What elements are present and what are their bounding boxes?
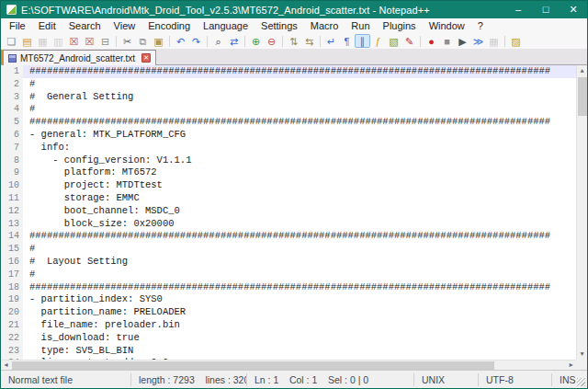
- close-file-icon[interactable]: ☒: [66, 34, 82, 48]
- document-map-icon[interactable]: ▧: [386, 34, 401, 48]
- line-text[interactable]: #: [29, 243, 576, 256]
- editor-line[interactable]: 5#######################################…: [1, 116, 576, 129]
- editor-line[interactable]: 8 - config_version: V1.1.1: [1, 154, 576, 167]
- line-text[interactable]: #: [29, 78, 576, 91]
- line-text[interactable]: info:: [29, 142, 576, 154]
- editor-line[interactable]: 18######################################…: [1, 281, 576, 294]
- menu-macro[interactable]: Macro: [304, 18, 345, 33]
- line-text[interactable]: - config_version: V1.1.1: [29, 154, 576, 167]
- line-text[interactable]: boot_channel: MSDC_0: [29, 205, 576, 218]
- scroll-left-icon[interactable]: ◄: [1, 360, 11, 370]
- word-wrap-icon[interactable]: ↵: [323, 34, 339, 48]
- run-macro-multiple-icon[interactable]: ≫: [470, 34, 486, 48]
- scroll-right-icon[interactable]: ►: [566, 360, 576, 370]
- editor-line[interactable]: 10 project: MTDTtest: [1, 179, 576, 192]
- line-text[interactable]: is_download: true: [29, 332, 576, 345]
- replace-icon[interactable]: ⇄: [226, 34, 242, 48]
- new-file-icon[interactable]: ❏: [4, 34, 19, 48]
- editor-line[interactable]: 3# General Setting: [1, 91, 576, 104]
- line-text[interactable]: partition_name: PRELOADER: [29, 306, 576, 319]
- line-text[interactable]: block_size: 0x20000: [29, 218, 576, 231]
- line-text[interactable]: storage: EMMC: [29, 192, 576, 205]
- open-file-icon[interactable]: ▤: [19, 34, 35, 48]
- editor-line[interactable]: 21 file_name: preloader.bin: [1, 319, 576, 332]
- line-text[interactable]: ########################################…: [29, 281, 576, 294]
- menu-settings[interactable]: Settings: [254, 18, 304, 33]
- menu-view[interactable]: View: [107, 18, 142, 33]
- monitoring-icon[interactable]: ✎: [401, 34, 417, 48]
- editor-line[interactable]: 22 is_download: true: [1, 332, 576, 345]
- menu-edit[interactable]: Edit: [32, 18, 62, 33]
- editor[interactable]: 1#######################################…: [1, 65, 587, 370]
- menu-encoding[interactable]: Encoding: [141, 18, 197, 33]
- menu-run[interactable]: Run: [345, 18, 376, 33]
- close-all-icon[interactable]: ☒: [82, 34, 97, 48]
- menu-search[interactable]: Search: [62, 18, 107, 33]
- menu-file[interactable]: File: [1, 18, 32, 33]
- vertical-scrollbar-thumb[interactable]: [578, 77, 587, 116]
- editor-line[interactable]: 15#: [1, 243, 576, 256]
- editor-line[interactable]: 13 block_size: 0x20000: [1, 218, 576, 231]
- function-list-icon[interactable]: ƒ: [370, 34, 386, 48]
- print-icon[interactable]: ⊟: [97, 34, 113, 48]
- editor-line[interactable]: 11 storage: EMMC: [1, 192, 576, 205]
- horizontal-scrollbar-thumb[interactable]: [12, 361, 494, 370]
- status-encoding[interactable]: UTF-8: [479, 373, 552, 386]
- cut-icon[interactable]: ✂: [119, 34, 135, 48]
- code-area[interactable]: 1#######################################…: [1, 65, 576, 360]
- tab-mt6572-android-scatter[interactable]: MT6572_Android_scatter.txt ✕: [3, 50, 156, 65]
- line-text[interactable]: #: [29, 103, 576, 116]
- find-icon[interactable]: ⌕: [210, 34, 226, 48]
- play-macro-icon[interactable]: ▶: [455, 34, 470, 48]
- sync-horizontal-scroll-icon[interactable]: ⇆: [301, 34, 317, 48]
- editor-line[interactable]: 2#: [1, 78, 576, 91]
- line-text[interactable]: # Layout Setting: [29, 256, 576, 269]
- tab-close-icon[interactable]: ✕: [141, 53, 151, 63]
- vertical-scrollbar[interactable]: ▲ ▼: [576, 65, 587, 360]
- editor-line[interactable]: 17#: [1, 269, 576, 281]
- record-macro-icon[interactable]: ●: [424, 34, 439, 48]
- editor-line[interactable]: 16# Layout Setting: [1, 256, 576, 269]
- line-text[interactable]: ########################################…: [29, 230, 576, 243]
- undo-icon[interactable]: ↶: [173, 34, 188, 48]
- line-text[interactable]: - partition_index: SYS0: [29, 293, 576, 306]
- editor-line[interactable]: 7 info:: [1, 142, 576, 154]
- line-text[interactable]: #: [29, 269, 576, 281]
- paste-icon[interactable]: ▣: [151, 34, 166, 48]
- line-text[interactable]: ########################################…: [29, 65, 576, 78]
- show-all-characters-icon[interactable]: ¶: [339, 34, 355, 48]
- editor-line[interactable]: 19- partition_index: SYS0: [1, 293, 576, 306]
- editor-line[interactable]: 14######################################…: [1, 230, 576, 243]
- sync-vertical-scroll-icon[interactable]: ⇅: [286, 34, 301, 48]
- line-text[interactable]: type: SV5_BL_BIN: [29, 345, 576, 358]
- zoom-in-icon[interactable]: ⊕: [248, 34, 264, 48]
- copy-icon[interactable]: ⧉: [135, 34, 151, 48]
- editor-line[interactable]: 4#: [1, 103, 576, 116]
- line-text[interactable]: project: MTDTtest: [29, 179, 576, 192]
- user-defined-dialog-icon[interactable]: ▨: [508, 34, 524, 48]
- horizontal-scrollbar[interactable]: ◄ ►: [1, 360, 576, 370]
- editor-line[interactable]: 6- general: MTK_PLATFORM_CFG: [1, 129, 576, 142]
- close-button[interactable]: ✕: [560, 1, 587, 18]
- stop-recording-icon[interactable]: ■: [439, 34, 455, 48]
- editor-line[interactable]: 9 platform: MT6572: [1, 166, 576, 179]
- scroll-down-icon[interactable]: ▼: [577, 349, 587, 360]
- maximize-button[interactable]: □: [532, 1, 560, 18]
- editor-line[interactable]: 23 type: SV5_BL_BIN: [1, 345, 576, 358]
- line-text[interactable]: # General Setting: [29, 91, 576, 104]
- show-indent-guide-icon[interactable]: ∥: [355, 34, 370, 48]
- scroll-up-icon[interactable]: ▲: [577, 65, 587, 76]
- line-text[interactable]: ########################################…: [29, 116, 576, 129]
- minimize-button[interactable]: –: [504, 1, 532, 18]
- menu-language[interactable]: Language: [197, 18, 254, 33]
- editor-line[interactable]: 20 partition_name: PRELOADER: [1, 306, 576, 319]
- line-text[interactable]: platform: MT6572: [29, 166, 576, 179]
- zoom-out-icon[interactable]: ⊖: [264, 34, 279, 48]
- editor-line[interactable]: 1#######################################…: [1, 65, 576, 78]
- menu-help[interactable]: ?: [471, 18, 490, 33]
- status-eol-format[interactable]: UNIX: [414, 373, 479, 386]
- redo-icon[interactable]: ↷: [188, 34, 204, 48]
- menu-window[interactable]: Window: [423, 18, 471, 33]
- line-text[interactable]: file_name: preloader.bin: [29, 319, 576, 332]
- resize-grip[interactable]: [582, 375, 587, 388]
